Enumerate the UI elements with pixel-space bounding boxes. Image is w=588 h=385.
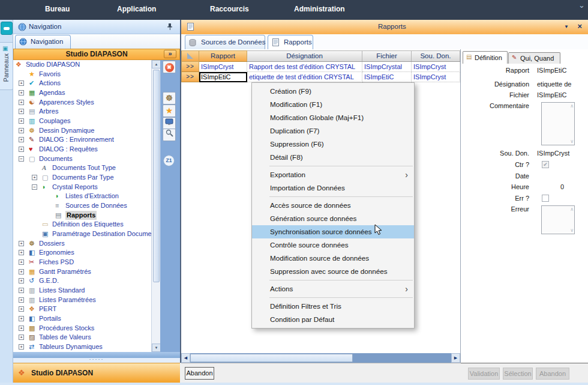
tree-item-label[interactable]: Dessin Dynamique xyxy=(39,126,94,136)
tree-item-label[interactable]: Actions xyxy=(39,79,61,88)
field-value-heure[interactable]: 0 xyxy=(537,183,564,190)
expand-toggle[interactable]: − xyxy=(19,156,24,162)
tree-item[interactable]: ❖Studio DIAPASON xyxy=(13,60,151,70)
table-cell[interactable]: Rapport des test d'édition CRYSTAL xyxy=(247,62,362,72)
scroll-up-icon[interactable]: ∧ xyxy=(570,207,574,212)
tree-item[interactable]: +▤Arbres xyxy=(13,107,151,117)
abandon-right-button[interactable]: Abandon xyxy=(536,368,569,380)
expand-toggle[interactable]: + xyxy=(19,306,24,312)
tree-item-label[interactable]: Procédures Stocks xyxy=(39,324,94,333)
table-cell[interactable]: ISImpCryst xyxy=(412,72,460,82)
tree-item-label[interactable]: Studio DIAPASON xyxy=(26,60,80,70)
expand-toggle[interactable]: + xyxy=(19,335,24,340)
commentaire-textarea[interactable]: ∧ ∨ xyxy=(541,102,575,145)
row-handle[interactable]: >> xyxy=(181,72,199,82)
err-checkbox[interactable] xyxy=(542,195,549,202)
scroll-up-icon[interactable]: ▲ xyxy=(152,60,161,68)
column-header[interactable]: Fichier xyxy=(362,50,412,62)
tree-item-selected[interactable]: ▤Rapports xyxy=(13,211,151,220)
menu-item[interactable]: Condition par Défaut xyxy=(252,313,414,326)
tree-item[interactable]: +▥Listes Standard xyxy=(13,286,151,296)
scrollbar-thumb[interactable] xyxy=(153,70,160,282)
expand-toggle[interactable]: + xyxy=(19,128,24,133)
expand-toggle[interactable]: + xyxy=(19,288,24,293)
expand-toggle[interactable]: + xyxy=(19,316,24,321)
tree-item-label[interactable]: Favoris xyxy=(39,70,61,79)
expand-toggle[interactable]: + xyxy=(19,137,24,142)
tree-item-label[interactable]: Agendas xyxy=(39,88,65,98)
select-all-corner[interactable] xyxy=(181,50,199,62)
menu-item[interactable]: Génération source données xyxy=(252,212,414,225)
expand-toggle[interactable]: + xyxy=(19,90,24,95)
tree-item[interactable]: +✂Fiches PSD xyxy=(13,258,151,267)
tree-item[interactable]: +✎DIALOG : Environnement xyxy=(13,135,151,145)
tree-item-label[interactable]: Crystal Reports xyxy=(52,183,98,192)
tree-item[interactable]: +◧Portails xyxy=(13,314,151,324)
tree-item-label[interactable]: Portails xyxy=(39,314,61,324)
tree-item-label[interactable]: DIALOG : Requêtes xyxy=(39,145,98,154)
scroll-down-icon[interactable]: ∨ xyxy=(570,139,574,144)
tree-item[interactable]: +▦Agendas xyxy=(13,88,151,98)
menu-item[interactable]: Création (F9) xyxy=(252,85,414,98)
selection-button[interactable]: Sélection xyxy=(503,368,533,380)
tree-item-label[interactable]: Dossiers xyxy=(39,239,65,249)
tree-item-label[interactable]: Documents Par Type xyxy=(52,173,114,183)
tree-item-label[interactable]: Listes d'Extraction xyxy=(65,192,119,201)
tree-item[interactable]: +♥DIALOG : Requêtes xyxy=(13,145,151,154)
tree-item-label[interactable]: DIALOG : Environnement xyxy=(39,135,114,145)
tree-item-label[interactable]: Documents xyxy=(39,154,73,164)
tree-item[interactable]: +▥Listes Paramétrées xyxy=(13,296,151,305)
expand-toggle[interactable]: + xyxy=(19,250,24,255)
tree-item[interactable]: +☸Dossiers xyxy=(13,239,151,249)
close-tree-button[interactable]: ✖ xyxy=(163,61,176,73)
tree-item[interactable]: +↺G.E.D. xyxy=(13,276,151,286)
validation-button[interactable]: Validation xyxy=(468,368,500,380)
screen-button[interactable] xyxy=(163,117,176,130)
splitter-handle[interactable]: ····· xyxy=(13,358,180,363)
horizontal-scrollbar[interactable]: ◀ ▶ xyxy=(181,353,460,363)
column-header[interactable]: Rapport xyxy=(199,50,247,62)
expand-toggle[interactable]: + xyxy=(19,344,24,350)
scroll-up-icon[interactable]: ∧ xyxy=(570,103,574,109)
tree-item-label[interactable]: Sources de Données xyxy=(65,201,127,211)
tree-item[interactable]: +▩Procédures Stocks xyxy=(13,324,151,333)
dock-collapse-button[interactable] xyxy=(1,22,13,35)
expand-toggle[interactable]: + xyxy=(19,278,24,283)
tree-item[interactable]: +❖PERT xyxy=(13,305,151,314)
chevron-down-icon[interactable]: ⌄ xyxy=(578,1,585,10)
tab-rapports[interactable]: Rapports xyxy=(268,35,313,49)
tree-item[interactable]: ▣Paramétrage Destination Document xyxy=(13,229,151,239)
table-cell[interactable]: etiquette de test d'édition CRYSTAL xyxy=(247,72,362,82)
scroll-down-icon[interactable]: ▼ xyxy=(152,344,161,352)
tree-item[interactable]: ◗Listes d'Extraction xyxy=(13,192,151,201)
tree-item[interactable]: +▦Gantt Paramétrés xyxy=(13,267,151,277)
expand-toggle[interactable]: + xyxy=(19,326,24,331)
expand-toggle[interactable]: + xyxy=(19,109,24,114)
menu-item[interactable]: Contrôle source données xyxy=(252,238,414,252)
scroll-down-icon[interactable]: ∨ xyxy=(570,228,574,233)
menu-item[interactable]: Accès source de données xyxy=(252,199,414,212)
search-button[interactable] xyxy=(163,129,176,141)
menu-item[interactable]: Modification (F1) xyxy=(252,98,414,111)
tab-definition[interactable]: ▤ Définition xyxy=(463,51,508,64)
favorites-button[interactable]: ★ xyxy=(163,105,176,117)
expand-toggle[interactable]: + xyxy=(19,269,24,274)
tree-item-label[interactable]: Couplages xyxy=(39,117,71,126)
scrollbar-thumb[interactable] xyxy=(190,354,353,362)
table-cell[interactable]: ISImpCryst xyxy=(199,62,247,72)
tree-item-label[interactable]: Définition des Etiquettes xyxy=(52,220,124,229)
column-header[interactable]: Sou. Don. xyxy=(412,50,460,62)
tree-item-label[interactable]: PERT xyxy=(39,305,56,314)
tree-item[interactable]: +▨Tables de Valeurs xyxy=(13,333,151,342)
tree-item[interactable]: +◧Ergonomies xyxy=(13,248,151,258)
abandon-button[interactable]: Abandon xyxy=(185,367,214,380)
pin-icon[interactable] xyxy=(167,23,173,31)
tree-item-label[interactable]: Listes Standard xyxy=(39,286,85,296)
expand-toggle[interactable]: + xyxy=(19,100,24,105)
field-value-rapport[interactable]: ISImpEtiC xyxy=(537,67,579,74)
panel-dropdown-icon[interactable]: ▼ xyxy=(564,24,569,29)
menu-item[interactable]: Définition Filtres et Tris xyxy=(252,300,414,313)
z1-badge[interactable]: Z1 xyxy=(163,155,175,166)
menubar-item-administration[interactable]: Administration xyxy=(294,5,345,13)
tree-item-label[interactable]: Fiches PSD xyxy=(39,258,74,267)
